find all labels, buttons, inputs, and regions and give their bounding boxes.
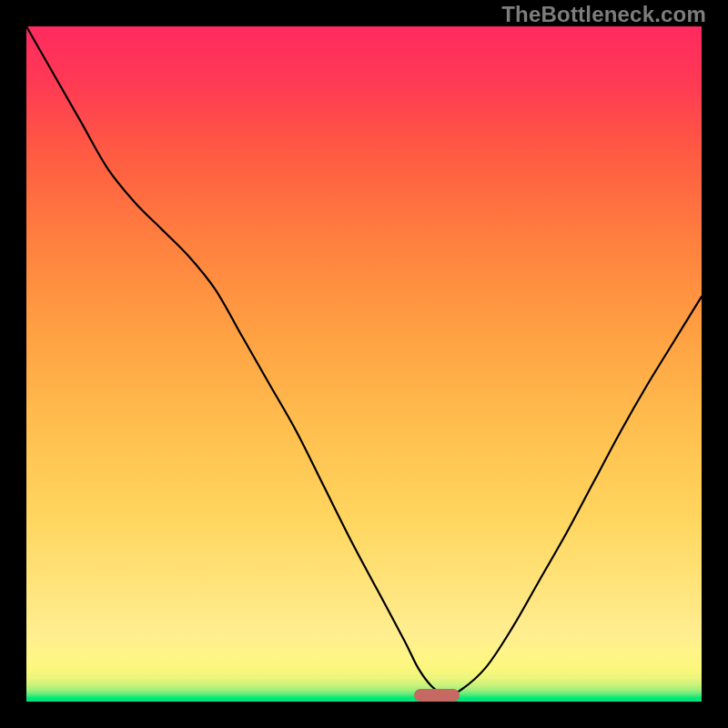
bottleneck-minimum-marker bbox=[414, 689, 460, 702]
watermark-text: TheBottleneck.com bbox=[501, 2, 706, 27]
bottleneck-curve bbox=[26, 26, 702, 702]
chart-frame: TheBottleneck.com bbox=[0, 0, 728, 728]
plot-area bbox=[26, 26, 702, 702]
